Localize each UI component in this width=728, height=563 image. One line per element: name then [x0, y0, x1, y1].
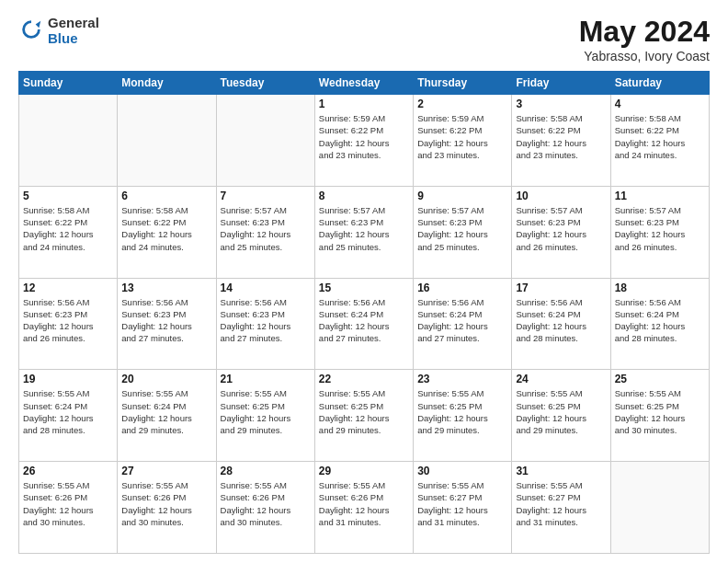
day-number: 7 [221, 190, 311, 202]
day-number: 8 [319, 190, 409, 202]
logo-icon [18, 17, 44, 43]
day-info: Sunrise: 5:59 AM Sunset: 6:22 PM Dayligh… [417, 112, 507, 161]
col-tuesday: Tuesday [216, 72, 314, 95]
calendar-header: Sunday Monday Tuesday Wednesday Thursday… [19, 72, 710, 95]
col-sunday: Sunday [19, 72, 118, 95]
calendar-cell: 14Sunrise: 5:56 AM Sunset: 6:23 PM Dayli… [216, 278, 314, 370]
col-friday: Friday [512, 72, 610, 95]
calendar-cell: 12Sunrise: 5:56 AM Sunset: 6:23 PM Dayli… [19, 278, 118, 370]
calendar-cell: 4Sunrise: 5:58 AM Sunset: 6:22 PM Daylig… [610, 95, 709, 187]
day-number: 29 [319, 465, 409, 477]
calendar-subtitle: Yabrasso, Ivory Coast [579, 49, 710, 63]
col-saturday: Saturday [610, 72, 709, 95]
day-number: 26 [23, 465, 113, 477]
calendar-cell: 11Sunrise: 5:57 AM Sunset: 6:23 PM Dayli… [610, 186, 709, 278]
calendar-cell: 26Sunrise: 5:55 AM Sunset: 6:26 PM Dayli… [19, 462, 118, 554]
calendar-cell [118, 95, 216, 187]
calendar-cell: 25Sunrise: 5:55 AM Sunset: 6:25 PM Dayli… [610, 370, 709, 462]
day-number: 17 [516, 282, 606, 294]
calendar-cell: 15Sunrise: 5:56 AM Sunset: 6:24 PM Dayli… [314, 278, 413, 370]
calendar-title: May 2024 [579, 15, 710, 49]
calendar-cell: 27Sunrise: 5:55 AM Sunset: 6:26 PM Dayli… [118, 462, 216, 554]
day-number: 10 [516, 190, 606, 202]
day-number: 4 [615, 98, 705, 110]
day-info: Sunrise: 5:57 AM Sunset: 6:23 PM Dayligh… [221, 204, 311, 253]
day-number: 19 [23, 373, 113, 385]
day-info: Sunrise: 5:55 AM Sunset: 6:24 PM Dayligh… [121, 387, 211, 436]
logo-general: General [48, 15, 99, 30]
calendar-table: Sunday Monday Tuesday Wednesday Thursday… [18, 71, 710, 554]
day-info: Sunrise: 5:56 AM Sunset: 6:24 PM Dayligh… [319, 296, 409, 345]
day-info: Sunrise: 5:57 AM Sunset: 6:23 PM Dayligh… [615, 204, 705, 253]
header: General Blue May 2024 Yabrasso, Ivory Co… [18, 15, 710, 63]
day-info: Sunrise: 5:57 AM Sunset: 6:23 PM Dayligh… [319, 204, 409, 253]
calendar-week-2: 5Sunrise: 5:58 AM Sunset: 6:22 PM Daylig… [19, 186, 710, 278]
day-number: 24 [516, 373, 606, 385]
day-info: Sunrise: 5:55 AM Sunset: 6:27 PM Dayligh… [516, 479, 606, 528]
calendar-cell: 20Sunrise: 5:55 AM Sunset: 6:24 PM Dayli… [118, 370, 216, 462]
calendar-cell: 18Sunrise: 5:56 AM Sunset: 6:24 PM Dayli… [610, 278, 709, 370]
calendar-cell: 30Sunrise: 5:55 AM Sunset: 6:27 PM Dayli… [414, 462, 512, 554]
calendar-cell: 28Sunrise: 5:55 AM Sunset: 6:26 PM Dayli… [216, 462, 314, 554]
calendar-cell: 17Sunrise: 5:56 AM Sunset: 6:24 PM Dayli… [512, 278, 610, 370]
calendar-cell: 2Sunrise: 5:59 AM Sunset: 6:22 PM Daylig… [414, 95, 512, 187]
calendar-cell: 6Sunrise: 5:58 AM Sunset: 6:22 PM Daylig… [118, 186, 216, 278]
day-info: Sunrise: 5:58 AM Sunset: 6:22 PM Dayligh… [615, 112, 705, 161]
day-info: Sunrise: 5:56 AM Sunset: 6:23 PM Dayligh… [221, 296, 311, 345]
day-number: 22 [319, 373, 409, 385]
day-number: 18 [615, 282, 705, 294]
title-block: May 2024 Yabrasso, Ivory Coast [579, 15, 710, 63]
calendar-week-1: 1Sunrise: 5:59 AM Sunset: 6:22 PM Daylig… [19, 95, 710, 187]
day-number: 30 [417, 465, 507, 477]
calendar-cell: 8Sunrise: 5:57 AM Sunset: 6:23 PM Daylig… [314, 186, 413, 278]
day-number: 12 [23, 282, 113, 294]
day-info: Sunrise: 5:55 AM Sunset: 6:26 PM Dayligh… [221, 479, 311, 528]
day-info: Sunrise: 5:57 AM Sunset: 6:23 PM Dayligh… [417, 204, 507, 253]
day-info: Sunrise: 5:57 AM Sunset: 6:23 PM Dayligh… [516, 204, 606, 253]
day-number: 23 [417, 373, 507, 385]
day-number: 21 [221, 373, 311, 385]
day-info: Sunrise: 5:56 AM Sunset: 6:23 PM Dayligh… [121, 296, 211, 345]
day-number: 16 [417, 282, 507, 294]
calendar-cell: 22Sunrise: 5:55 AM Sunset: 6:25 PM Dayli… [314, 370, 413, 462]
calendar-cell: 31Sunrise: 5:55 AM Sunset: 6:27 PM Dayli… [512, 462, 610, 554]
day-info: Sunrise: 5:55 AM Sunset: 6:25 PM Dayligh… [319, 387, 409, 436]
day-number: 28 [221, 465, 311, 477]
day-info: Sunrise: 5:55 AM Sunset: 6:26 PM Dayligh… [319, 479, 409, 528]
page: General Blue May 2024 Yabrasso, Ivory Co… [0, 0, 728, 563]
day-number: 15 [319, 282, 409, 294]
day-info: Sunrise: 5:56 AM Sunset: 6:24 PM Dayligh… [417, 296, 507, 345]
day-info: Sunrise: 5:55 AM Sunset: 6:25 PM Dayligh… [417, 387, 507, 436]
day-number: 3 [516, 98, 606, 110]
day-info: Sunrise: 5:56 AM Sunset: 6:23 PM Dayligh… [23, 296, 113, 345]
calendar-cell: 5Sunrise: 5:58 AM Sunset: 6:22 PM Daylig… [19, 186, 118, 278]
day-info: Sunrise: 5:55 AM Sunset: 6:27 PM Dayligh… [417, 479, 507, 528]
day-info: Sunrise: 5:55 AM Sunset: 6:25 PM Dayligh… [615, 387, 705, 436]
calendar-cell: 29Sunrise: 5:55 AM Sunset: 6:26 PM Dayli… [314, 462, 413, 554]
calendar-cell: 3Sunrise: 5:58 AM Sunset: 6:22 PM Daylig… [512, 95, 610, 187]
day-number: 31 [516, 465, 606, 477]
calendar-week-4: 19Sunrise: 5:55 AM Sunset: 6:24 PM Dayli… [19, 370, 710, 462]
day-info: Sunrise: 5:56 AM Sunset: 6:24 PM Dayligh… [516, 296, 606, 345]
col-monday: Monday [118, 72, 216, 95]
calendar-cell: 13Sunrise: 5:56 AM Sunset: 6:23 PM Dayli… [118, 278, 216, 370]
day-number: 5 [23, 190, 113, 202]
calendar-cell [610, 462, 709, 554]
day-number: 25 [615, 373, 705, 385]
calendar-week-3: 12Sunrise: 5:56 AM Sunset: 6:23 PM Dayli… [19, 278, 710, 370]
calendar-cell: 9Sunrise: 5:57 AM Sunset: 6:23 PM Daylig… [414, 186, 512, 278]
day-number: 6 [121, 190, 211, 202]
col-thursday: Thursday [414, 72, 512, 95]
col-wednesday: Wednesday [314, 72, 413, 95]
day-number: 2 [417, 98, 507, 110]
day-info: Sunrise: 5:58 AM Sunset: 6:22 PM Dayligh… [516, 112, 606, 161]
day-number: 9 [417, 190, 507, 202]
calendar-cell: 1Sunrise: 5:59 AM Sunset: 6:22 PM Daylig… [314, 95, 413, 187]
logo-blue: Blue [48, 30, 78, 46]
day-info: Sunrise: 5:55 AM Sunset: 6:25 PM Dayligh… [221, 387, 311, 436]
day-number: 13 [121, 282, 211, 294]
calendar-cell: 24Sunrise: 5:55 AM Sunset: 6:25 PM Dayli… [512, 370, 610, 462]
day-info: Sunrise: 5:56 AM Sunset: 6:24 PM Dayligh… [615, 296, 705, 345]
calendar-body: 1Sunrise: 5:59 AM Sunset: 6:22 PM Daylig… [19, 95, 710, 554]
calendar-cell: 10Sunrise: 5:57 AM Sunset: 6:23 PM Dayli… [512, 186, 610, 278]
